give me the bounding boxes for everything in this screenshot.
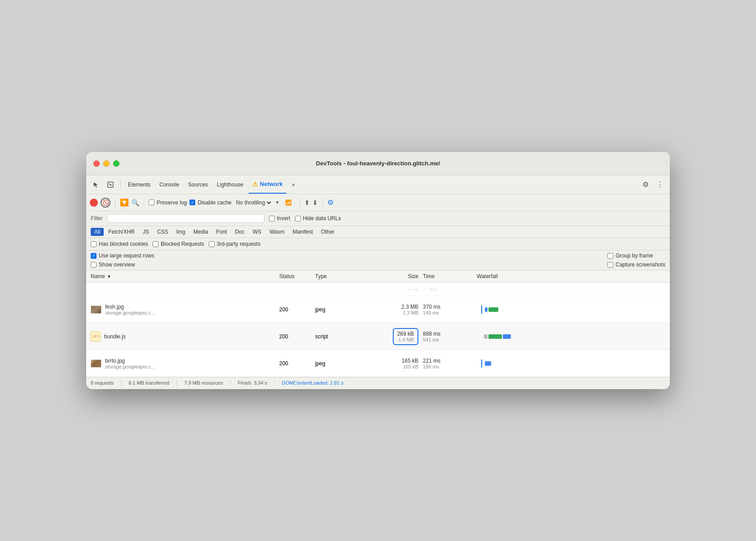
- third-party-label: 3rd-party requests: [217, 241, 260, 247]
- preserve-log-label: Preserve log: [157, 200, 187, 206]
- disable-cache-label: Disable cache: [198, 200, 231, 206]
- type-btn-all[interactable]: All: [91, 228, 104, 236]
- waterfall-cell: [477, 323, 665, 350]
- type-cell: jpeg: [315, 360, 360, 367]
- capture-screenshots-checkbox[interactable]: Capture screenshots: [607, 262, 665, 268]
- close-button[interactable]: [93, 160, 100, 167]
- file-info: fesh.jpg storage.googleapis.c...: [105, 304, 155, 315]
- window-title: DevTools - foul-heavenly-direction.glitc…: [316, 160, 440, 167]
- type-btn-ws[interactable]: WS: [249, 228, 265, 236]
- tab-console[interactable]: Console: [156, 180, 183, 190]
- titlebar: DevTools - foul-heavenly-direction.glitc…: [86, 152, 670, 175]
- options-left: ✓ Use large request rows Show overview: [91, 253, 154, 268]
- inspect-icon[interactable]: [104, 178, 117, 191]
- header-name[interactable]: Name ▼: [91, 273, 279, 279]
- warning-icon: ⚠: [252, 181, 258, 188]
- has-blocked-cookies-label: Has blocked cookies: [99, 241, 148, 247]
- header-size[interactable]: Size: [360, 273, 423, 279]
- type-btn-fetch[interactable]: Fetch/XHR: [105, 228, 138, 236]
- show-overview-checkbox[interactable]: Show overview: [91, 262, 154, 268]
- capture-screenshots-label: Capture screenshots: [615, 262, 665, 268]
- group-by-frame-input[interactable]: [607, 253, 613, 259]
- group-by-frame-checkbox[interactable]: Group by frame: [607, 253, 665, 259]
- network-toolbar: 🚫 🔽 🔍 Preserve log ✓ Disable cache No th…: [86, 194, 670, 211]
- blocked-requests-input[interactable]: [153, 241, 158, 247]
- disable-cache-checkbox[interactable]: ✓ Disable cache: [189, 200, 231, 206]
- filter-input[interactable]: [107, 214, 264, 223]
- tab-more[interactable]: »: [288, 180, 299, 190]
- header-type[interactable]: Type: [315, 273, 360, 279]
- large-rows-checkbox[interactable]: ✓ Use large request rows: [91, 253, 154, 259]
- requests-count: 8 requests: [91, 380, 114, 386]
- network-settings-icon[interactable]: ⚙: [327, 198, 334, 207]
- preserve-log-checkbox[interactable]: Preserve log: [149, 200, 187, 206]
- type-btn-other[interactable]: Other: [317, 228, 338, 236]
- dom-content-loaded: DOMContentLoaded: 2.81 s: [282, 380, 343, 386]
- show-overview-input[interactable]: [91, 262, 97, 268]
- has-blocked-cookies-input[interactable]: [91, 241, 97, 247]
- time-cell: 868 ms 541 ms: [423, 331, 477, 342]
- type-btn-doc[interactable]: Doc: [231, 228, 248, 236]
- type-btn-manifest[interactable]: Manifest: [289, 228, 316, 236]
- table-row[interactable]: </> bundle.js 200 script 269 kB 1.4 MB 8…: [86, 323, 670, 350]
- clear-button[interactable]: 🚫: [101, 198, 110, 208]
- file-domain: storage.googleapis.c...: [105, 364, 155, 369]
- waterfall-bar: [488, 334, 502, 339]
- waterfall-bar: [488, 307, 498, 312]
- type-btn-media[interactable]: Media: [190, 228, 212, 236]
- table-row[interactable]: — B — ms: [86, 283, 670, 296]
- preserve-log-input[interactable]: [149, 200, 154, 205]
- has-blocked-cookies-checkbox[interactable]: Has blocked cookies: [91, 241, 148, 247]
- third-party-input[interactable]: [209, 241, 215, 247]
- filter-label: Filter: [91, 215, 103, 222]
- download-icon[interactable]: ⬇: [312, 199, 318, 206]
- header-status[interactable]: Status: [279, 273, 315, 279]
- divider5: [322, 198, 323, 207]
- table-header: Name ▼ Status Type Size Time Waterfall: [86, 270, 670, 283]
- devtools-window: DevTools - foul-heavenly-direction.glitc…: [86, 152, 670, 389]
- hide-data-urls-checkbox[interactable]: Hide data URLs: [295, 215, 341, 222]
- fullscreen-button[interactable]: [113, 160, 119, 167]
- search-icon[interactable]: 🔍: [132, 199, 139, 206]
- file-name: fesh.jpg: [105, 304, 155, 310]
- upload-icon[interactable]: ⬆: [304, 199, 310, 206]
- tab-sources[interactable]: Sources: [185, 180, 211, 190]
- size-cell: 2.3 MB 2.3 MB: [360, 304, 423, 315]
- type-btn-wasm[interactable]: Wasm: [266, 228, 288, 236]
- type-btn-css[interactable]: CSS: [154, 228, 172, 236]
- show-overview-label: Show overview: [99, 262, 135, 268]
- record-button[interactable]: [90, 199, 98, 207]
- type-btn-img[interactable]: Img: [173, 228, 189, 236]
- settings-icon[interactable]: ⚙: [639, 178, 652, 191]
- capture-screenshots-input[interactable]: [607, 262, 613, 268]
- minimize-button[interactable]: [103, 160, 110, 167]
- invert-checkbox[interactable]: Invert: [269, 215, 290, 222]
- header-time[interactable]: Time: [423, 273, 477, 279]
- type-btn-js[interactable]: JS: [139, 228, 153, 236]
- waterfall-cell: [477, 283, 665, 296]
- tab-lighthouse[interactable]: Lighthouse: [213, 180, 247, 190]
- cursor-icon[interactable]: [90, 178, 102, 191]
- divider3: [144, 198, 144, 207]
- type-btn-font[interactable]: Font: [212, 228, 230, 236]
- filter-icon[interactable]: 🔽: [120, 198, 129, 207]
- throttle-select[interactable]: No throttling: [234, 199, 273, 206]
- table-row[interactable]: fesh.jpg storage.googleapis.c... 200 jpe…: [86, 296, 670, 323]
- blocked-row: Has blocked cookies Blocked Requests 3rd…: [86, 238, 670, 250]
- invert-input[interactable]: [269, 216, 275, 222]
- waterfall-vline: [481, 359, 482, 368]
- time-cell: 221 ms 190 ms: [423, 358, 477, 369]
- chevron-down-icon[interactable]: ▼: [275, 200, 280, 205]
- hide-data-urls-input[interactable]: [295, 216, 301, 222]
- network-conditions-icon[interactable]: 📶: [282, 196, 295, 209]
- tab-network[interactable]: ⚠ Network: [249, 175, 286, 194]
- tab-elements[interactable]: Elements: [124, 180, 154, 190]
- waterfall-bar: [485, 307, 488, 312]
- third-party-checkbox[interactable]: 3rd-party requests: [209, 241, 260, 247]
- header-waterfall[interactable]: Waterfall: [477, 273, 665, 279]
- invert-label: Invert: [277, 215, 290, 222]
- blocked-requests-checkbox[interactable]: Blocked Requests: [153, 241, 204, 247]
- table-row[interactable]: brrto.jpg storage.googleapis.c... 200 jp…: [86, 350, 670, 377]
- more-options-icon[interactable]: ⋮: [654, 178, 666, 191]
- status-divider: [176, 380, 177, 386]
